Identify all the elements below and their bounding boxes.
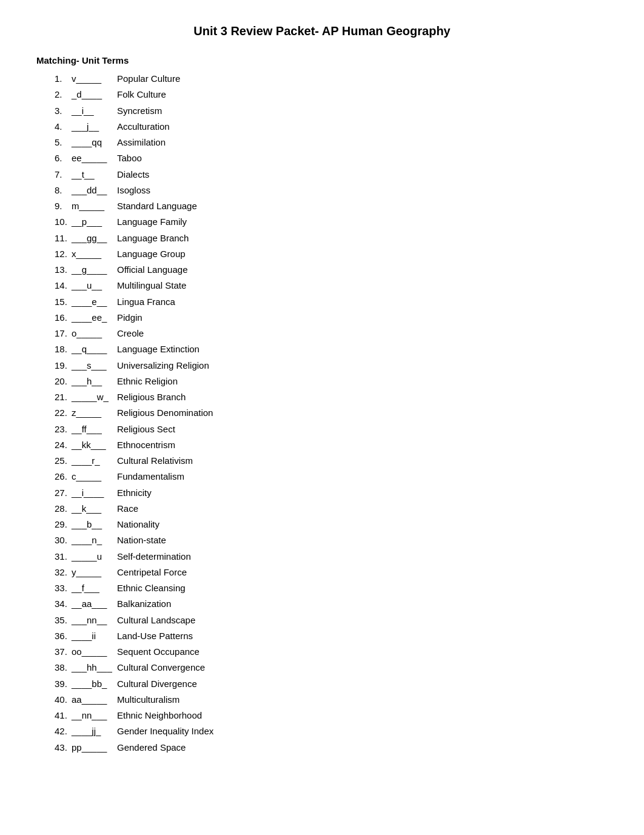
item-answer: ___hh___ — [72, 660, 117, 674]
item-term: Religious Denomination — [117, 406, 213, 420]
item-number: 39. — [55, 677, 72, 691]
matching-list: 1.v_____Popular Culture2._d____Folk Cult… — [36, 72, 608, 754]
item-number: 10. — [55, 215, 72, 229]
item-number: 14. — [55, 278, 72, 292]
item-number: 33. — [55, 581, 72, 595]
item-answer: x_____ — [72, 247, 117, 261]
item-answer: ____qq — [72, 135, 117, 149]
item-number: 32. — [55, 565, 72, 579]
list-item: 14.___u__Multilingual State — [55, 278, 608, 292]
item-term: Language Extinction — [117, 342, 200, 356]
item-answer: y_____ — [72, 565, 117, 579]
item-term: Sequent Occupance — [117, 645, 200, 659]
item-answer: ____jj_ — [72, 724, 117, 738]
item-term: Official Language — [117, 263, 187, 277]
list-item: 2._d____Folk Culture — [55, 87, 608, 101]
item-term: Language Group — [117, 247, 186, 261]
item-term: Taboo — [117, 151, 142, 165]
item-number: 4. — [55, 119, 72, 133]
item-number: 24. — [55, 438, 72, 452]
item-number: 17. — [55, 326, 72, 340]
item-number: 1. — [55, 72, 72, 86]
item-number: 7. — [55, 167, 72, 181]
item-number: 30. — [55, 533, 72, 547]
item-answer: __i__ — [72, 104, 117, 118]
list-item: 26.c_____Fundamentalism — [55, 469, 608, 483]
item-term: Isogloss — [117, 183, 150, 197]
item-answer: __k___ — [72, 501, 117, 515]
list-item: 5.____qqAssimilation — [55, 135, 608, 149]
item-answer: ____bb_ — [72, 677, 117, 691]
item-answer: m_____ — [72, 199, 117, 213]
item-number: 40. — [55, 692, 72, 706]
item-number: 27. — [55, 486, 72, 500]
item-answer: z_____ — [72, 406, 117, 420]
list-item: 36.____iiLand-Use Patterns — [55, 629, 608, 643]
item-answer: __ff___ — [72, 422, 117, 436]
item-answer: __p___ — [72, 215, 117, 229]
item-number: 42. — [55, 724, 72, 738]
item-number: 6. — [55, 151, 72, 165]
list-item: 41.__nn___Ethnic Neighborhood — [55, 708, 608, 722]
item-number: 16. — [55, 310, 72, 324]
item-number: 25. — [55, 454, 72, 468]
list-item: 19.___s___Universalizing Religion — [55, 358, 608, 372]
item-term: Race — [117, 501, 138, 515]
item-answer: __t__ — [72, 167, 117, 181]
item-term: Ethnicity — [117, 486, 152, 500]
item-number: 11. — [55, 231, 72, 245]
item-number: 28. — [55, 501, 72, 515]
list-item: 43.pp_____Gendered Space — [55, 740, 608, 754]
item-answer: ____e__ — [72, 295, 117, 309]
item-term: Gender Inequality Index — [117, 724, 213, 738]
list-item: 33.__f___Ethnic Cleansing — [55, 581, 608, 595]
item-term: Cultural Relativism — [117, 454, 193, 468]
item-term: Gendered Space — [117, 740, 186, 754]
item-number: 23. — [55, 422, 72, 436]
list-item: 23.__ff___Religious Sect — [55, 422, 608, 436]
item-term: Ethnic Cleansing — [117, 581, 186, 595]
item-term: Nation-state — [117, 533, 166, 547]
item-answer: ____r_ — [72, 454, 117, 468]
list-item: 42.____jj_Gender Inequality Index — [55, 724, 608, 738]
item-term: Ethnocentrism — [117, 438, 175, 452]
list-item: 8.___dd__Isogloss — [55, 183, 608, 197]
item-answer: __i____ — [72, 486, 117, 500]
item-number: 20. — [55, 374, 72, 388]
item-answer: pp_____ — [72, 740, 117, 754]
list-item: 25.____r_Cultural Relativism — [55, 454, 608, 468]
list-item: 13.__g____Official Language — [55, 263, 608, 277]
item-number: 29. — [55, 517, 72, 531]
list-item: 39.____bb_Cultural Divergence — [55, 677, 608, 691]
item-number: 8. — [55, 183, 72, 197]
list-item: 12.x_____Language Group — [55, 247, 608, 261]
item-answer: v_____ — [72, 72, 117, 86]
item-number: 31. — [55, 549, 72, 563]
list-item: 3.__i__Syncretism — [55, 104, 608, 118]
item-term: Cultural Landscape — [117, 613, 195, 627]
item-number: 9. — [55, 199, 72, 213]
item-number: 37. — [55, 645, 72, 659]
item-answer: ee_____ — [72, 151, 117, 165]
item-term: Lingua Franca — [117, 295, 175, 309]
list-item: 38.___hh___Cultural Convergence — [55, 660, 608, 674]
item-term: Centripetal Force — [117, 565, 187, 579]
item-answer: __q____ — [72, 342, 117, 356]
item-answer: ___nn__ — [72, 613, 117, 627]
item-answer: ___dd__ — [72, 183, 117, 197]
item-answer: ____ii — [72, 629, 117, 643]
item-term: Language Branch — [117, 231, 189, 245]
item-answer: oo_____ — [72, 645, 117, 659]
list-item: 15.____e__Lingua Franca — [55, 295, 608, 309]
item-term: Pidgin — [117, 310, 143, 324]
item-answer: ___h__ — [72, 374, 117, 388]
item-term: Folk Culture — [117, 87, 166, 101]
item-term: Acculturation — [117, 119, 170, 133]
item-answer: __g____ — [72, 263, 117, 277]
item-number: 43. — [55, 740, 72, 754]
item-term: Language Family — [117, 215, 187, 229]
list-item: 21._____w_Religious Branch — [55, 390, 608, 404]
item-term: Ethnic Religion — [117, 374, 178, 388]
item-term: Syncretism — [117, 104, 162, 118]
list-item: 35.___nn__Cultural Landscape — [55, 613, 608, 627]
